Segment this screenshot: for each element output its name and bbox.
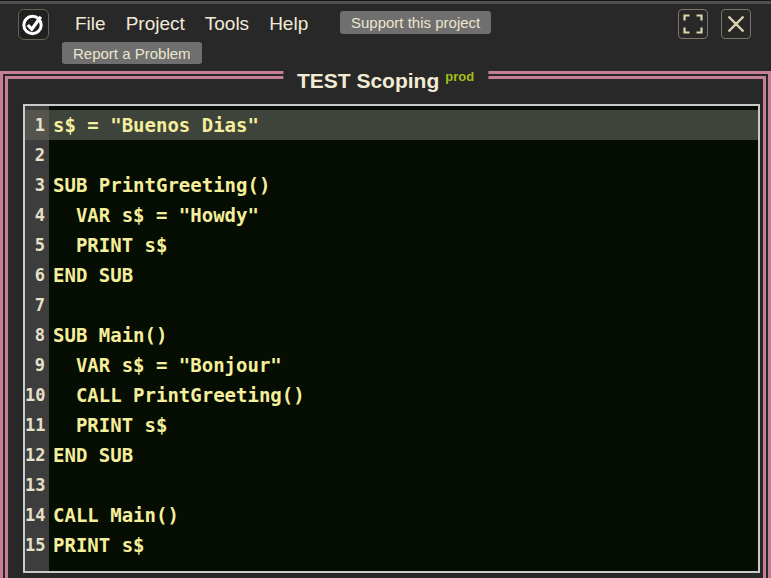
panel-title: TEST Scopingprod <box>283 67 488 97</box>
code-text: VAR s$ = "Bonjour" <box>49 350 758 380</box>
close-icon <box>722 10 750 38</box>
code-line[interactable]: 4 VAR s$ = "Howdy" <box>25 200 758 230</box>
app-window: FileProjectToolsHelp Support this projec… <box>0 0 771 578</box>
code-text: CALL Main() <box>49 500 758 530</box>
line-number: 1 <box>25 110 49 140</box>
code-text <box>49 290 758 320</box>
env-badge: prod <box>445 69 474 84</box>
code-line[interactable]: 8 SUB Main() <box>25 320 758 350</box>
code-line[interactable]: 14 CALL Main() <box>25 500 758 530</box>
line-number: 14 <box>25 500 49 530</box>
fullscreen-button[interactable] <box>678 9 708 39</box>
report-problem-button[interactable]: Report a Problem <box>62 42 202 64</box>
code-text: PRINT s$ <box>49 230 758 260</box>
code-line[interactable]: 3 SUB PrintGreeting() <box>25 170 758 200</box>
line-number: 12 <box>25 440 49 470</box>
line-number: 7 <box>25 290 49 320</box>
main-menu: FileProjectToolsHelp <box>75 10 308 37</box>
line-number: 15 <box>25 530 49 560</box>
code-line[interactable]: 15 PRINT s$ <box>25 530 758 560</box>
code-text: SUB Main() <box>49 320 758 350</box>
line-number: 9 <box>25 350 49 380</box>
code-text: PRINT s$ <box>49 530 758 560</box>
check-circle-icon <box>20 11 47 38</box>
code-editor[interactable]: 1 s$ = "Buenos Dias" 2 3 SUB PrintGreeti… <box>23 104 760 573</box>
code-line[interactable]: 7 <box>25 290 758 320</box>
menu-item-project[interactable]: Project <box>126 10 185 37</box>
support-project-button[interactable]: Support this project <box>340 11 491 34</box>
line-number: 2 <box>25 140 49 170</box>
code-text: PRINT s$ <box>49 410 758 440</box>
line-number: 13 <box>25 470 49 500</box>
code-line[interactable]: 13 <box>25 470 758 500</box>
code-line[interactable]: 11 PRINT s$ <box>25 410 758 440</box>
fullscreen-icon <box>679 10 707 38</box>
line-number: 11 <box>25 410 49 440</box>
close-button[interactable] <box>721 9 751 39</box>
code-text <box>49 140 758 170</box>
code-text: CALL PrintGreeting() <box>49 380 758 410</box>
line-number: 4 <box>25 200 49 230</box>
code-text: END SUB <box>49 260 758 290</box>
code-text: s$ = "Buenos Dias" <box>49 110 758 140</box>
code-line[interactable]: 1 s$ = "Buenos Dias" <box>25 110 758 140</box>
code-line[interactable]: 12 END SUB <box>25 440 758 470</box>
code-text: VAR s$ = "Howdy" <box>49 200 758 230</box>
menu-item-help[interactable]: Help <box>269 10 308 37</box>
program-panel: TEST Scopingprod 1 s$ = "Buenos Dias" 2 … <box>0 71 771 578</box>
code-text <box>49 470 758 500</box>
code-lines: 1 s$ = "Buenos Dias" 2 3 SUB PrintGreeti… <box>25 106 758 560</box>
code-text: END SUB <box>49 440 758 470</box>
line-number: 8 <box>25 320 49 350</box>
menu-item-tools[interactable]: Tools <box>205 10 249 37</box>
code-line[interactable]: 5 PRINT s$ <box>25 230 758 260</box>
line-number: 6 <box>25 260 49 290</box>
program-title: TEST Scoping <box>297 69 439 92</box>
code-line[interactable]: 10 CALL PrintGreeting() <box>25 380 758 410</box>
app-logo-button[interactable] <box>18 9 49 40</box>
menu-item-file[interactable]: File <box>75 10 106 37</box>
top-menu-bar: FileProjectToolsHelp Support this projec… <box>0 0 771 71</box>
code-line[interactable]: 6 END SUB <box>25 260 758 290</box>
line-number: 3 <box>25 170 49 200</box>
code-line[interactable]: 2 <box>25 140 758 170</box>
code-line[interactable]: 9 VAR s$ = "Bonjour" <box>25 350 758 380</box>
line-number: 10 <box>25 380 49 410</box>
line-number: 5 <box>25 230 49 260</box>
code-text: SUB PrintGreeting() <box>49 170 758 200</box>
